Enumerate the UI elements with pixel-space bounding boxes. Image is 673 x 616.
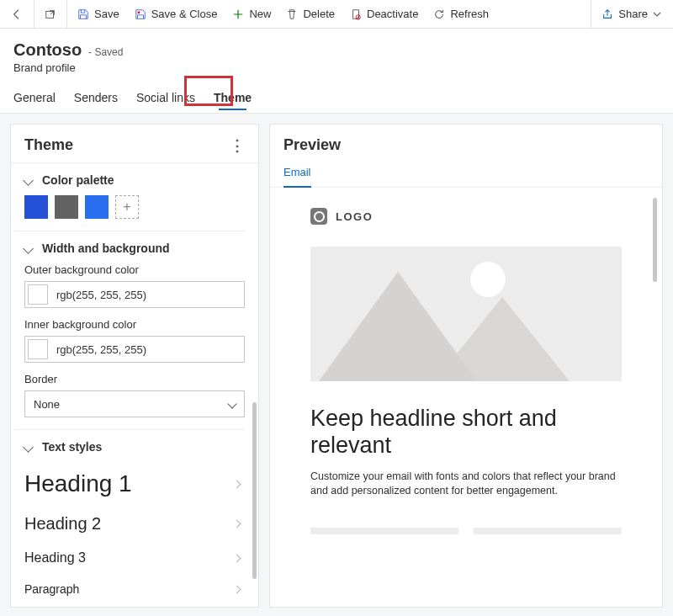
record-subtitle: Brand profile (13, 61, 660, 74)
tab-theme[interactable]: Theme (214, 86, 252, 113)
email-col-placeholder (474, 528, 622, 534)
email-hero-image (310, 247, 622, 381)
inner-bg-input[interactable]: rgb(255, 255, 255) (24, 336, 245, 363)
chevron-right-icon (233, 520, 241, 528)
text-style-heading-1[interactable]: Heading 1 (24, 462, 245, 506)
preview-panel: Preview Email LOGO Keep headline short a… (269, 124, 663, 608)
add-swatch-button[interactable]: + (115, 195, 139, 219)
delete-label: Delete (303, 8, 335, 20)
command-bar: Save Save & Close New Delete Deactivate … (0, 0, 673, 29)
email-headline: Keep headline short and relevant (310, 405, 622, 459)
new-label: New (249, 8, 271, 20)
section-toggle-text-styles[interactable]: Text styles (24, 440, 245, 454)
more-button[interactable]: ⋮ (230, 142, 245, 149)
trash-icon (286, 8, 298, 20)
refresh-icon (433, 8, 445, 20)
open-new-window-icon (45, 8, 56, 20)
outer-bg-value: rgb(255, 255, 255) (56, 289, 146, 301)
workspace: Theme ⋮ Color palette + (0, 113, 673, 616)
inner-bg-value: rgb(255, 255, 255) (56, 343, 146, 356)
chevron-down-icon (227, 399, 236, 408)
inner-bg-swatch[interactable] (28, 339, 48, 359)
record-tabs: General Senders Social links Theme (0, 86, 673, 113)
deactivate-button[interactable]: Deactivate (343, 2, 425, 27)
separator (34, 0, 34, 29)
email-col-placeholder (310, 528, 458, 534)
plus-icon: + (123, 199, 130, 215)
chevron-down-icon (653, 8, 661, 20)
outer-bg-input[interactable]: rgb(255, 255, 255) (24, 281, 245, 308)
text-style-label: Heading 3 (24, 550, 86, 566)
separator (591, 0, 591, 29)
refresh-label: Refresh (450, 8, 489, 20)
text-style-label: Heading 2 (24, 514, 101, 534)
chevron-right-icon (233, 554, 241, 562)
section-label: Text styles (42, 440, 102, 454)
deactivate-icon (350, 8, 362, 20)
save-icon (77, 8, 89, 20)
text-style-label: Paragraph (24, 582, 79, 596)
open-new-window-button[interactable] (38, 2, 63, 27)
email-columns (285, 511, 647, 534)
section-toggle-color-palette[interactable]: Color palette (24, 173, 245, 187)
record-header: Contoso - Saved Brand profile (0, 29, 673, 74)
section-label: Color palette (42, 173, 114, 187)
email-body: Customize your email with fonts and colo… (310, 470, 622, 499)
border-value: None (34, 398, 60, 411)
section-toggle-width-background[interactable]: Width and background (24, 242, 245, 255)
text-style-paragraph[interactable]: Paragraph (24, 574, 245, 597)
separator (66, 0, 67, 29)
logo-icon (310, 208, 327, 225)
outer-bg-label: Outer background color (24, 263, 245, 276)
text-style-heading-2[interactable]: Heading 2 (24, 506, 245, 542)
arrow-left-icon (12, 8, 24, 20)
email-logo-row: LOGO (285, 199, 647, 247)
palette-swatch-1[interactable] (24, 195, 48, 219)
share-button[interactable]: Share (595, 2, 668, 27)
share-icon (601, 8, 613, 20)
save-close-icon (135, 8, 146, 20)
preview-tab-email[interactable]: Email (284, 162, 311, 187)
logo-text: LOGO (336, 210, 373, 223)
plus-icon (232, 8, 244, 20)
save-close-label: Save & Close (151, 8, 218, 20)
inner-bg-label: Inner background color (24, 318, 245, 331)
chevron-right-icon (233, 480, 241, 488)
email-preview: LOGO Keep headline short and relevant Cu… (285, 199, 647, 534)
section-color-palette: Color palette + (14, 163, 245, 231)
save-close-button[interactable]: Save & Close (128, 2, 225, 27)
theme-panel-title: Theme (24, 136, 73, 154)
border-dropdown[interactable]: None (24, 390, 245, 417)
save-button[interactable]: Save (71, 2, 126, 27)
chevron-down-icon (24, 173, 34, 187)
save-label: Save (94, 8, 119, 20)
chevron-down-icon (24, 440, 34, 454)
delete-button[interactable]: Delete (279, 2, 342, 27)
theme-panel: Theme ⋮ Color palette + (10, 124, 259, 608)
new-button[interactable]: New (225, 2, 278, 27)
preview-panel-title: Preview (284, 136, 341, 154)
tab-senders[interactable]: Senders (74, 86, 118, 113)
preview-body: LOGO Keep headline short and relevant Cu… (270, 188, 662, 607)
back-button[interactable] (5, 2, 30, 27)
tab-general[interactable]: General (13, 86, 56, 113)
outer-bg-swatch[interactable] (28, 284, 48, 305)
palette-swatch-2[interactable] (55, 195, 78, 219)
border-label: Border (24, 373, 245, 385)
save-status: - Saved (88, 46, 123, 58)
theme-panel-body: Color palette + Width and background Out… (11, 162, 258, 607)
palette-swatch-3[interactable] (85, 195, 109, 219)
refresh-button[interactable]: Refresh (427, 2, 495, 27)
deactivate-label: Deactivate (367, 8, 418, 20)
section-text-styles: Text styles Heading 1 Heading 2 Heading … (14, 430, 245, 607)
section-width-background: Width and background Outer background co… (14, 231, 245, 430)
share-label: Share (618, 8, 648, 20)
tab-social-links[interactable]: Social links (136, 86, 195, 113)
scrollbar-thumb[interactable] (252, 402, 257, 579)
scrollbar-thumb[interactable] (653, 198, 657, 282)
text-style-label: Heading 1 (24, 470, 132, 497)
text-style-heading-3[interactable]: Heading 3 (24, 542, 245, 574)
section-label: Width and background (42, 242, 170, 255)
page-title: Contoso (13, 40, 82, 60)
chevron-right-icon (233, 585, 241, 593)
